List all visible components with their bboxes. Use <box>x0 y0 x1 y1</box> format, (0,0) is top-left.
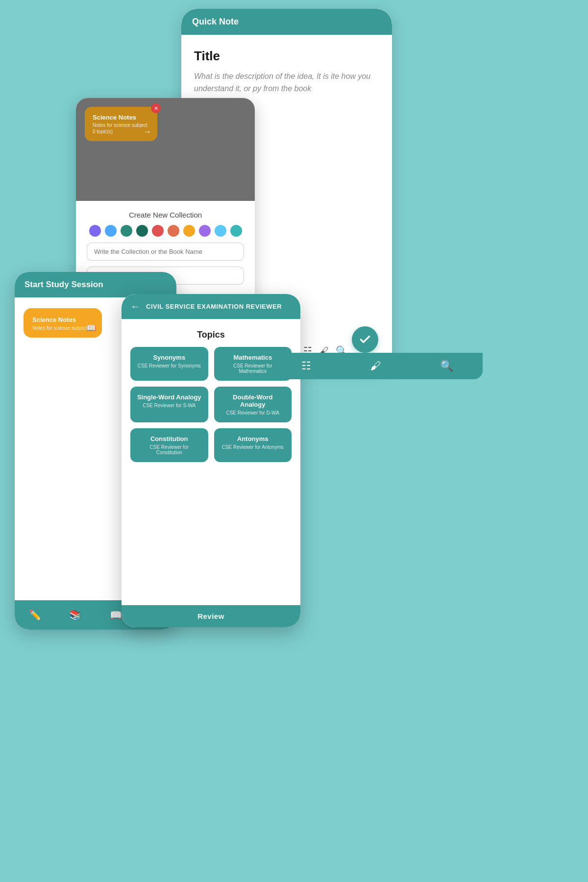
color-blue[interactable] <box>105 225 117 237</box>
back-button[interactable]: ← <box>130 301 140 312</box>
card-title: Science Notes <box>93 114 149 121</box>
topic-desc: CSE Reviewer for Constitution <box>136 444 202 455</box>
topic-name: Constitution <box>136 435 202 442</box>
quick-note-title: Quick Note <box>192 17 239 26</box>
session-card-title: Science Notes <box>32 316 93 323</box>
close-card-button[interactable]: ✕ <box>151 103 161 113</box>
color-orange-red[interactable] <box>168 225 179 237</box>
color-violet[interactable] <box>199 225 211 237</box>
card-arrow-icon: → <box>144 127 151 136</box>
pencil-nav-icon[interactable]: ✏️ <box>24 607 46 623</box>
topic-name: Double-Word Analogy <box>220 393 286 408</box>
topic-desc: CSE Reviewer for D-WA <box>220 410 286 416</box>
topic-card-synonyms[interactable]: Synonyms CSE Reviewer for Synonyms <box>130 347 208 381</box>
screen-topics: ← CIVIL SERVICE EXAMINATION REVIEWER Top… <box>122 294 300 627</box>
library-nav-icon[interactable]: 📚 <box>64 607 86 623</box>
color-picker <box>89 225 242 237</box>
session-card-subtitle: Notes for science subject <box>32 325 93 331</box>
confirm-fab[interactable] <box>352 326 378 353</box>
topic-card-constitution[interactable]: Constitution CSE Reviewer for Constituti… <box>130 428 208 462</box>
topic-card-single-word-analogy[interactable]: Single-Word Analogy CSE Reviewer for S-W… <box>130 387 208 422</box>
topic-name: Single-Word Analogy <box>136 393 202 401</box>
topic-card-double-word-analogy[interactable]: Double-Word Analogy CSE Reviewer for D-W… <box>214 387 292 422</box>
topics-grid: Synonyms CSE Reviewer for Synonyms Mathe… <box>130 347 292 462</box>
color-purple[interactable] <box>89 225 101 237</box>
topics-header-title: CIVIL SERVICE EXAMINATION REVIEWER <box>146 303 282 310</box>
topic-name: Synonyms <box>136 354 202 361</box>
color-teal[interactable] <box>121 225 132 237</box>
topic-desc: CSE Reviewer for Synonyms <box>136 363 202 368</box>
color-cyan[interactable] <box>230 225 242 237</box>
topics-section-title: Topics <box>130 330 292 340</box>
collection-name-input[interactable] <box>87 243 244 261</box>
edit-bottom-icon[interactable]: 🖌 <box>370 360 381 372</box>
science-notes-card[interactable]: ✕ Science Notes Notes for science subjec… <box>85 107 157 141</box>
quick-note-description[interactable]: What is the description of the idea, It … <box>194 71 379 95</box>
search-bottom-icon[interactable]: 🔍 <box>440 360 453 372</box>
color-red[interactable] <box>152 225 164 237</box>
card-subtitle: Notes for science subject <box>93 122 149 128</box>
color-orange[interactable] <box>183 225 195 237</box>
topic-desc: CSE Reviewer for S-WA <box>136 403 202 408</box>
quick-note-bottom-bar: ☷ 🖌 🔍 <box>272 353 483 379</box>
book-open-icon: 📖 <box>86 323 96 333</box>
form-title: Create New Collection <box>129 211 202 219</box>
card-count: 0 topic(s) <box>93 129 149 134</box>
topics-header: ← CIVIL SERVICE EXAMINATION REVIEWER <box>122 294 300 319</box>
topics-footer[interactable]: Review <box>122 605 300 627</box>
topic-card-antonyms[interactable]: Antonyms CSE Reviewer for Antonyms <box>214 428 292 462</box>
topic-desc: CSE Reviewer for Antonyms <box>220 444 286 450</box>
color-light-blue[interactable] <box>215 225 226 237</box>
collections-bottom-icon[interactable]: ☷ <box>301 360 311 372</box>
collection-overlay: ✕ Science Notes Notes for science subjec… <box>76 98 255 201</box>
color-dark-teal[interactable] <box>136 225 148 237</box>
quick-note-note-title[interactable]: Title <box>194 49 379 64</box>
study-session-title: Start Study Session <box>24 280 103 289</box>
review-button[interactable]: Review <box>128 612 294 620</box>
topic-name: Antonyms <box>220 435 286 442</box>
quick-note-header: Quick Note <box>181 9 392 35</box>
session-note-card[interactable]: Science Notes Notes for science subject … <box>24 308 102 338</box>
